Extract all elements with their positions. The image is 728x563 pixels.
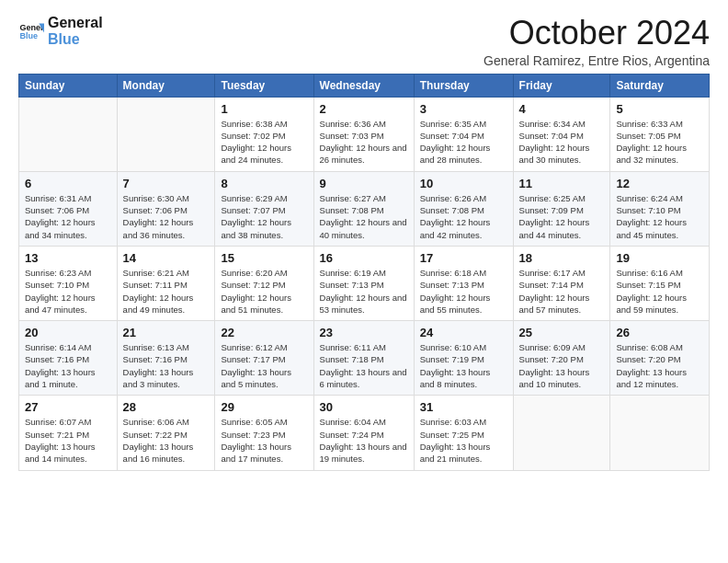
day-info: Sunrise: 6:34 AMSunset: 7:04 PMDaylight:… (519, 118, 605, 167)
page: General Blue General Blue October 2024 G… (0, 0, 728, 563)
day-info: Sunrise: 6:30 AMSunset: 7:06 PMDaylight:… (123, 192, 210, 241)
calendar-cell (610, 396, 710, 470)
logo: General Blue General Blue (18, 15, 103, 49)
day-number: 24 (420, 326, 507, 339)
calendar-week-5: 27Sunrise: 6:07 AMSunset: 7:21 PMDayligh… (19, 396, 710, 470)
calendar-header-wednesday: Wednesday (313, 74, 414, 97)
calendar-week-2: 6Sunrise: 6:31 AMSunset: 7:06 PMDaylight… (19, 171, 710, 246)
day-number: 19 (616, 251, 703, 265)
day-info: Sunrise: 6:04 AMSunset: 7:24 PMDaylight:… (320, 416, 408, 465)
calendar-cell: 7Sunrise: 6:30 AMSunset: 7:06 PMDaylight… (117, 171, 215, 246)
calendar-week-3: 13Sunrise: 6:23 AMSunset: 7:10 PMDayligh… (19, 246, 710, 320)
day-info: Sunrise: 6:11 AMSunset: 7:18 PMDaylight:… (320, 341, 408, 390)
calendar-cell: 24Sunrise: 6:10 AMSunset: 7:19 PMDayligh… (414, 321, 513, 396)
calendar-cell: 10Sunrise: 6:26 AMSunset: 7:08 PMDayligh… (414, 171, 513, 246)
calendar-header-sunday: Sunday (19, 74, 118, 97)
day-info: Sunrise: 6:10 AMSunset: 7:19 PMDaylight:… (420, 341, 507, 390)
day-info: Sunrise: 6:08 AMSunset: 7:20 PMDaylight:… (616, 341, 703, 390)
calendar-cell (117, 97, 215, 171)
calendar-cell: 29Sunrise: 6:05 AMSunset: 7:23 PMDayligh… (215, 396, 313, 470)
day-number: 29 (221, 400, 307, 414)
day-info: Sunrise: 6:27 AMSunset: 7:08 PMDaylight:… (320, 192, 408, 241)
day-number: 25 (519, 326, 605, 339)
day-number: 10 (420, 177, 507, 190)
day-info: Sunrise: 6:16 AMSunset: 7:15 PMDaylight:… (616, 267, 703, 316)
day-info: Sunrise: 6:33 AMSunset: 7:05 PMDaylight:… (616, 118, 703, 167)
day-number: 12 (616, 177, 703, 190)
calendar-cell: 14Sunrise: 6:21 AMSunset: 7:11 PMDayligh… (117, 246, 215, 320)
calendar-cell: 12Sunrise: 6:24 AMSunset: 7:10 PMDayligh… (610, 171, 710, 246)
day-info: Sunrise: 6:23 AMSunset: 7:10 PMDaylight:… (25, 267, 111, 316)
day-number: 23 (320, 326, 408, 339)
day-number: 31 (420, 400, 507, 414)
day-number: 13 (25, 251, 111, 265)
calendar-header-monday: Monday (117, 74, 215, 97)
calendar-header-row: SundayMondayTuesdayWednesdayThursdayFrid… (19, 74, 710, 97)
day-info: Sunrise: 6:19 AMSunset: 7:13 PMDaylight:… (320, 267, 408, 316)
day-info: Sunrise: 6:03 AMSunset: 7:25 PMDaylight:… (420, 416, 507, 465)
calendar-cell: 28Sunrise: 6:06 AMSunset: 7:22 PMDayligh… (117, 396, 215, 470)
day-number: 14 (123, 251, 210, 265)
day-info: Sunrise: 6:09 AMSunset: 7:20 PMDaylight:… (519, 341, 605, 390)
calendar-cell: 13Sunrise: 6:23 AMSunset: 7:10 PMDayligh… (19, 246, 118, 320)
calendar-cell: 8Sunrise: 6:29 AMSunset: 7:07 PMDaylight… (215, 171, 313, 246)
calendar-cell: 26Sunrise: 6:08 AMSunset: 7:20 PMDayligh… (610, 321, 710, 396)
calendar-cell: 20Sunrise: 6:14 AMSunset: 7:16 PMDayligh… (19, 321, 118, 396)
calendar-cell: 3Sunrise: 6:35 AMSunset: 7:04 PMDaylight… (414, 97, 513, 171)
day-info: Sunrise: 6:17 AMSunset: 7:14 PMDaylight:… (519, 267, 605, 316)
calendar-header-thursday: Thursday (414, 74, 513, 97)
day-info: Sunrise: 6:35 AMSunset: 7:04 PMDaylight:… (420, 118, 507, 167)
calendar-header-saturday: Saturday (610, 74, 710, 97)
calendar-week-4: 20Sunrise: 6:14 AMSunset: 7:16 PMDayligh… (19, 321, 710, 396)
day-number: 21 (123, 326, 210, 339)
day-info: Sunrise: 6:29 AMSunset: 7:07 PMDaylight:… (221, 192, 307, 241)
calendar-cell: 16Sunrise: 6:19 AMSunset: 7:13 PMDayligh… (313, 246, 414, 320)
day-number: 1 (221, 102, 307, 116)
calendar-cell: 5Sunrise: 6:33 AMSunset: 7:05 PMDaylight… (610, 97, 710, 171)
day-number: 11 (519, 177, 605, 190)
day-number: 5 (616, 102, 703, 116)
calendar-cell: 15Sunrise: 6:20 AMSunset: 7:12 PMDayligh… (215, 246, 313, 320)
day-info: Sunrise: 6:36 AMSunset: 7:03 PMDaylight:… (320, 118, 408, 167)
calendar-cell: 9Sunrise: 6:27 AMSunset: 7:08 PMDaylight… (313, 171, 414, 246)
day-number: 28 (123, 400, 210, 414)
day-info: Sunrise: 6:31 AMSunset: 7:06 PMDaylight:… (25, 192, 111, 241)
day-info: Sunrise: 6:07 AMSunset: 7:21 PMDaylight:… (25, 416, 111, 465)
day-number: 2 (320, 102, 408, 116)
calendar-cell: 22Sunrise: 6:12 AMSunset: 7:17 PMDayligh… (215, 321, 313, 396)
day-info: Sunrise: 6:05 AMSunset: 7:23 PMDaylight:… (221, 416, 307, 465)
calendar-cell: 4Sunrise: 6:34 AMSunset: 7:04 PMDaylight… (513, 97, 610, 171)
day-number: 4 (519, 102, 605, 116)
day-number: 22 (221, 326, 307, 339)
logo-text-general: General (48, 15, 103, 31)
svg-text:Blue: Blue (19, 32, 38, 41)
calendar-header-friday: Friday (513, 74, 610, 97)
calendar-cell: 17Sunrise: 6:18 AMSunset: 7:13 PMDayligh… (414, 246, 513, 320)
day-number: 30 (320, 400, 408, 414)
calendar-cell: 2Sunrise: 6:36 AMSunset: 7:03 PMDaylight… (313, 97, 414, 171)
calendar-cell: 19Sunrise: 6:16 AMSunset: 7:15 PMDayligh… (610, 246, 710, 320)
calendar-cell: 25Sunrise: 6:09 AMSunset: 7:20 PMDayligh… (513, 321, 610, 396)
calendar-cell (513, 396, 610, 470)
calendar-cell: 31Sunrise: 6:03 AMSunset: 7:25 PMDayligh… (414, 396, 513, 470)
day-number: 20 (25, 326, 111, 339)
day-info: Sunrise: 6:06 AMSunset: 7:22 PMDaylight:… (123, 416, 210, 465)
day-info: Sunrise: 6:26 AMSunset: 7:08 PMDaylight:… (420, 192, 507, 241)
calendar-cell: 23Sunrise: 6:11 AMSunset: 7:18 PMDayligh… (313, 321, 414, 396)
calendar-cell: 27Sunrise: 6:07 AMSunset: 7:21 PMDayligh… (19, 396, 118, 470)
calendar-cell: 18Sunrise: 6:17 AMSunset: 7:14 PMDayligh… (513, 246, 610, 320)
day-info: Sunrise: 6:24 AMSunset: 7:10 PMDaylight:… (616, 192, 703, 241)
day-info: Sunrise: 6:38 AMSunset: 7:02 PMDaylight:… (221, 118, 307, 167)
location-title: General Ramirez, Entre Rios, Argentina (483, 53, 710, 68)
day-info: Sunrise: 6:20 AMSunset: 7:12 PMDaylight:… (221, 267, 307, 316)
calendar-table: SundayMondayTuesdayWednesdayThursdayFrid… (18, 74, 710, 471)
header: General Blue General Blue October 2024 G… (18, 15, 710, 68)
day-info: Sunrise: 6:13 AMSunset: 7:16 PMDaylight:… (123, 341, 210, 390)
day-info: Sunrise: 6:14 AMSunset: 7:16 PMDaylight:… (25, 341, 111, 390)
logo-text-blue: Blue (48, 31, 103, 48)
day-number: 7 (123, 177, 210, 190)
day-info: Sunrise: 6:12 AMSunset: 7:17 PMDaylight:… (221, 341, 307, 390)
day-number: 3 (420, 102, 507, 116)
day-number: 8 (221, 177, 307, 190)
day-number: 15 (221, 251, 307, 265)
